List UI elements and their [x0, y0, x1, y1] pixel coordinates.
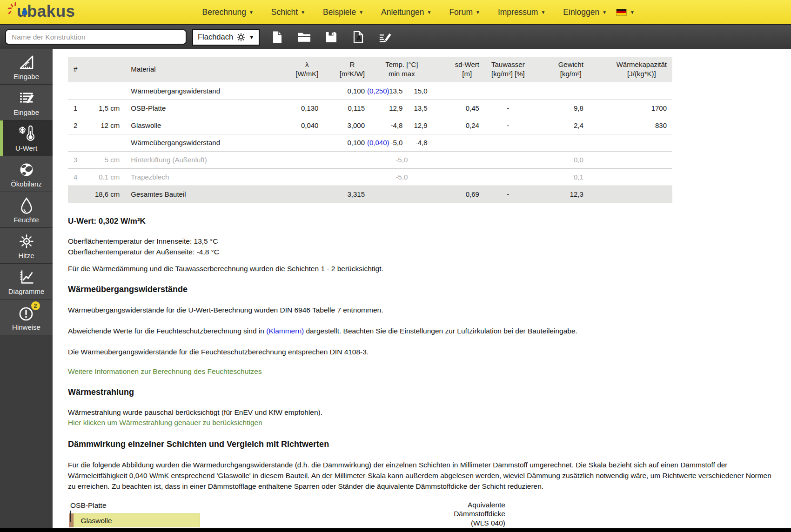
nav-item-label: Schicht	[271, 7, 298, 17]
form-pencil-icon	[17, 88, 36, 108]
nav-item-forum[interactable]: Forum▼	[449, 7, 480, 17]
sidebar: EingabeEingabeU-WertÖkobilanzFeuchteHitz…	[0, 49, 53, 532]
chevron-down-icon: ▼	[476, 10, 480, 15]
osb-bar-label: OSB-Platte	[70, 501, 107, 510]
notification-badge: 2	[31, 301, 40, 310]
sidebar-item-hinweise[interactable]: 2Hinweise	[0, 299, 53, 335]
sidebar-item-feuchte[interactable]: Feuchte	[0, 192, 53, 228]
radiation-p1: Wärmestrahlung wurde pauschal berücksich…	[68, 407, 777, 418]
table-row: 40.1 cmTrapezblech-5,00,1	[68, 168, 672, 186]
ubakus-logo[interactable]: ubakus	[7, 0, 104, 24]
language-selector[interactable]: ▼	[616, 9, 635, 16]
line-chart-icon	[17, 267, 36, 287]
col-num: #	[68, 57, 85, 82]
u-value-result: U-Wert: 0,302 W/m²K	[68, 217, 777, 226]
sun-icon	[17, 232, 36, 251]
table-row: 11,5 cmOSB-Platte0,1300,11512,913,50,45-…	[68, 100, 672, 117]
layers-table-body: Wärmeübergangswiderstand0,100(0,250)13,5…	[68, 82, 672, 203]
bracket-value: (0,040)	[367, 139, 389, 146]
chevron-down-icon: ▼	[359, 10, 363, 15]
german-flag-icon	[616, 9, 627, 16]
sidebar-item-hitze[interactable]: Hitze	[0, 228, 53, 264]
col-thickness	[85, 57, 125, 82]
sun-icon	[236, 33, 246, 42]
main-nav-items: Berechnung▼Schicht▼Beispiele▼Anleitungen…	[202, 7, 607, 17]
col-waermekapazitaet: Wärmekapazität[J/(kg*K)]	[589, 57, 672, 82]
nav-item-schicht[interactable]: Schicht▼	[271, 7, 305, 17]
surface-temperatures: Oberflächentemperatur der Innenseite: 13…	[68, 236, 777, 257]
glaswolle-bar-label: Glaswolle	[74, 514, 199, 528]
table-row: 18,6 cmGesamtes Bauteil3,3150,69-12,3	[68, 186, 672, 203]
sidebar-item-label: Hitze	[18, 252, 34, 259]
insulation-bar: Glaswolle	[68, 513, 505, 527]
osb-pointer-line	[70, 511, 71, 522]
radiation-block: Wärmestrahlung wurde pauschal berücksich…	[68, 407, 777, 428]
alert-circle-icon: 2	[17, 303, 36, 323]
viewport-bottom-bar	[0, 528, 791, 532]
sidebar-item-eingabe-1[interactable]: Eingabe	[0, 49, 53, 85]
sidebar-item-diagramme[interactable]: Diagramme	[0, 264, 53, 299]
heat-transfer-p1: Wärmeübergangswiderstände für die U-Wert…	[68, 305, 777, 315]
table-row: Wärmeübergangswiderstand0,100(0,250)13,5…	[68, 82, 672, 100]
construction-type-value: Flachdach	[198, 33, 233, 41]
nav-item-label: Forum	[449, 7, 473, 17]
table-header: # Material λ[W/mK] R[m²K/W] Temp. [°C]mi…	[68, 57, 672, 82]
moisture-info-link[interactable]: Weitere Informationen zur Berechnung des…	[68, 367, 262, 376]
nav-item-label: Impressum	[498, 7, 538, 17]
construction-type-select[interactable]: Flachdach ▼	[192, 29, 260, 46]
col-material: Material	[125, 57, 260, 82]
chevron-down-icon: ▼	[249, 10, 254, 15]
sidebar-item-label: Diagramme	[8, 287, 45, 295]
construction-name-input[interactable]	[5, 29, 187, 45]
sidebar-item-label: Feuchte	[13, 216, 39, 224]
surface-temp-outside: Oberflächentemperatur der Außenseite: -4…	[68, 246, 777, 257]
thermometer-snowflake-icon	[17, 124, 36, 144]
heat-transfer-p2: Abweichende Werte für die Feuchteschutzb…	[68, 326, 777, 336]
bracket-value: (0,250)	[367, 87, 389, 95]
surface-temp-inside: Oberflächentemperatur der Innenseite: 13…	[68, 236, 777, 246]
nav-item-label: Einloggen	[563, 7, 599, 17]
set-square-icon	[17, 53, 36, 72]
nav-item-einloggen[interactable]: Einloggen▼	[563, 7, 607, 17]
edit-notes-icon[interactable]	[379, 31, 392, 44]
sidebar-item-label: Hinweise	[12, 323, 40, 331]
bar-segment-glaswolle: Glaswolle	[74, 513, 200, 527]
ubakus-app: ubakus Berechnung▼Schicht▼Beispiele▼Anle…	[0, 0, 791, 532]
results-content: # Material λ[W/mK] R[m²K/W] Temp. [°C]mi…	[53, 49, 791, 532]
logo-drop-icon	[22, 8, 27, 15]
bar-segment-osb	[69, 513, 74, 527]
nav-item-berechnung[interactable]: Berechnung▼	[202, 7, 254, 17]
heat-transfer-p3: Die Wärmeübergangswiderstände für die Fe…	[68, 346, 777, 357]
table-row: Wärmeübergangswiderstand0,100(0,040)-5,0…	[68, 134, 672, 151]
nav-item-impressum[interactable]: Impressum▼	[498, 7, 545, 17]
chevron-down-icon: ▼	[602, 10, 607, 15]
nav-item-label: Berechnung	[202, 7, 246, 17]
radiation-link[interactable]: Hier klicken um Wärmestrahlung genauer z…	[68, 418, 262, 428]
open-folder-icon[interactable]	[298, 31, 311, 44]
sidebar-item-u-wert[interactable]: U-Wert	[0, 120, 53, 156]
save-icon[interactable]	[325, 31, 338, 44]
nav-item-anleitungen[interactable]: Anleitungen▼	[381, 7, 431, 17]
klammern-link[interactable]: (Klammern)	[266, 327, 304, 335]
chevron-down-icon: ▼	[301, 10, 305, 15]
pdf-export-icon[interactable]: A	[352, 31, 365, 44]
col-temp: Temp. [°C]min max	[370, 57, 433, 82]
col-gewicht: Gewicht[kg/m²]	[531, 57, 589, 82]
sidebar-item-eingabe-2[interactable]: Eingabe	[0, 85, 53, 120]
globe-icon	[17, 160, 36, 180]
file-actions: A	[271, 31, 392, 44]
nav-item-beispiele[interactable]: Beispiele▼	[323, 7, 363, 17]
construction-toolbar: Flachdach ▼ A	[0, 24, 791, 49]
nav-item-label: Beispiele	[323, 7, 356, 17]
sidebar-item-oekobilanz[interactable]: Ökobilanz	[0, 156, 53, 192]
layers-table: # Material λ[W/mK] R[m²K/W] Temp. [°C]mi…	[68, 57, 672, 203]
equivalent-thickness-label: Äquivalente Dämmstoffdicke (WLS 040)	[454, 500, 505, 528]
insulation-heading: Dämmwirkung einzelner Schichten und Verg…	[68, 439, 777, 449]
logo-rays-icon	[7, 2, 18, 15]
col-tauwasser: Tauwasser[kg/m²] [%]	[485, 57, 531, 82]
layers-note: Für die Wärmedämmung und die Tauwasserbe…	[68, 265, 777, 273]
sidebar-item-label: Eingabe	[13, 73, 39, 80]
water-drop-icon	[17, 196, 36, 215]
new-document-icon[interactable]	[271, 31, 284, 44]
chevron-down-icon: ▼	[630, 10, 635, 15]
